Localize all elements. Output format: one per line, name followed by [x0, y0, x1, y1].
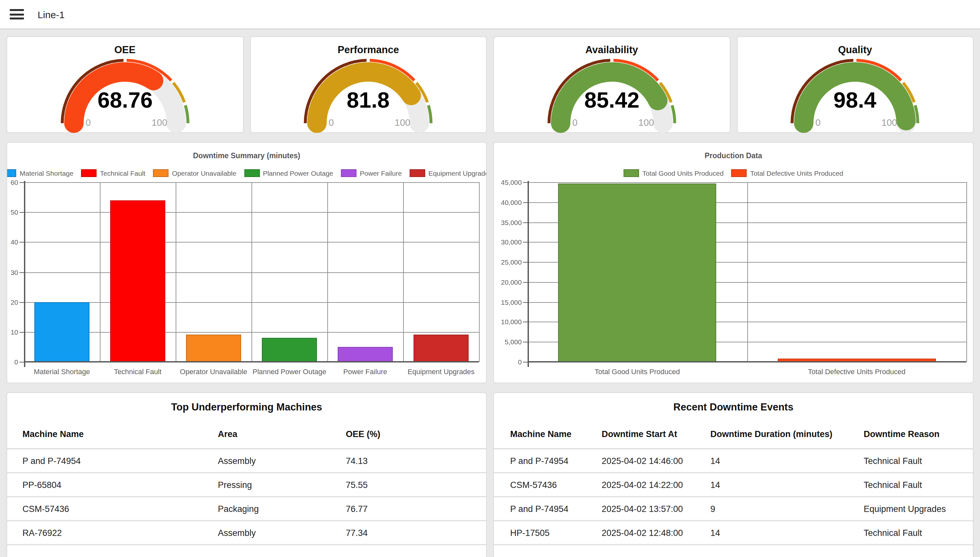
y-axis-label: 10,000 [495, 318, 522, 326]
legend-swatch [7, 169, 16, 177]
y-axis-tick [20, 242, 24, 243]
gauge-max-label: 100 [151, 117, 167, 128]
legend-item-planned-power-outage: Planned Power Outage [244, 169, 333, 177]
downtime-summary-chart: Downtime Summary (minutes) Material Shor… [7, 142, 487, 383]
y-axis-label: 35,000 [495, 218, 522, 226]
category-separator [327, 182, 328, 362]
y-axis-tick [523, 282, 528, 283]
legend-item-technical-fault: Technical Fault [81, 169, 146, 177]
table-cell: HP-17505 [510, 528, 549, 537]
table-cell: 9 [710, 504, 715, 513]
y-axis-label: 10 [8, 327, 18, 337]
y-axis-tick [20, 332, 24, 333]
table-cell: Equipment Upgrades [864, 504, 946, 513]
x-axis-label: Total Defective Units Produced [747, 368, 966, 375]
top-underperforming-machines-table: Top Underperforming Machines Machine Nam… [7, 392, 487, 557]
top-bar: Line-1 [0, 0, 980, 29]
table-cell: CSM-57436 [22, 504, 69, 513]
bar-total-good-units-produced[interactable] [558, 184, 716, 362]
y-axis-label: 30,000 [495, 238, 522, 247]
category-separator [479, 182, 479, 362]
column-header-machine-name: Machine Name [22, 429, 84, 439]
production-data-chart: Production Data Total Good Units Produce… [493, 142, 973, 383]
table-cell: P and P-74954 [510, 456, 569, 466]
table-cell: Packaging [218, 504, 258, 513]
legend-label: Technical Fault [100, 169, 146, 177]
category-separator [403, 182, 404, 362]
y-axis-label: 25,000 [495, 257, 522, 267]
table-row: P and P-749542025-04-02 14:46:0014Techni… [494, 450, 973, 473]
bar-operator-unavailable[interactable] [186, 335, 241, 362]
bar-planned-power-outage[interactable] [262, 338, 317, 362]
gauge-value: 68.76 [97, 88, 152, 112]
gauge-performance: 81.80100 [297, 50, 440, 134]
category-separator [100, 182, 101, 362]
table-title: Top Underperforming Machines [7, 401, 486, 413]
x-axis-label: Technical Fault [100, 368, 176, 375]
bar-power-failure[interactable] [338, 347, 392, 362]
legend-swatch [624, 169, 639, 177]
y-axis-tick [20, 182, 24, 183]
table-cell: 74.13 [346, 456, 368, 466]
y-axis-tick [523, 182, 528, 183]
y-axis-tick [523, 242, 528, 243]
x-axis-label: Total Good Units Produced [528, 368, 747, 375]
y-axis-label: 5,000 [495, 337, 522, 346]
legend-swatch [244, 169, 260, 177]
y-axis-tick [20, 362, 24, 363]
table-row: RA-76922Assembly77.34 [7, 521, 486, 545]
x-axis-label: Equipment Upgrades [403, 368, 479, 375]
chart-title: Production Data [494, 152, 973, 160]
y-axis-line [528, 181, 529, 367]
table-cell: 75.55 [346, 480, 368, 490]
table-cell: 2025-04-02 14:46:00 [602, 456, 683, 466]
bar-technical-fault[interactable] [111, 200, 165, 362]
gauge-min-label: 0 [328, 117, 334, 128]
table-cell: CSM-57436 [510, 480, 557, 490]
table-header-row: Machine NameDowntime Start AtDowntime Du… [494, 413, 973, 450]
recent-downtime-events-table: Recent Downtime Events Machine NameDownt… [493, 392, 973, 557]
column-header-oee: OEE (%) [346, 429, 380, 439]
gauge-card-performance: Performance 81.80100 [250, 36, 487, 133]
data-table: Machine NameDowntime Start AtDowntime Du… [494, 413, 973, 545]
y-axis-tick [20, 272, 24, 273]
bar-equipment-upgrades[interactable] [414, 335, 468, 362]
gauge-max-label: 100 [638, 117, 654, 128]
bar-material-shortage[interactable] [35, 302, 89, 362]
gauge-oee: 68.760100 [53, 50, 197, 134]
legend-item-power-failure: Power Failure [341, 169, 402, 177]
table-cell: 2025-04-02 13:57:00 [602, 504, 683, 513]
chart-title: Downtime Summary (minutes) [7, 152, 486, 160]
menu-icon[interactable] [10, 9, 24, 20]
table-cell: 77.34 [346, 528, 368, 537]
table-cell: 2025-04-02 12:48:00 [602, 528, 683, 537]
x-axis-label: Material Shortage [24, 368, 100, 375]
category-separator [252, 182, 252, 362]
gauge-max-label: 100 [881, 117, 897, 128]
legend-label: Total Good Units Produced [642, 169, 724, 177]
y-axis-tick [523, 262, 528, 262]
legend-label: Operator Unavailable [172, 169, 236, 177]
y-axis-label: 40 [8, 238, 18, 247]
legend-swatch [153, 169, 169, 177]
y-axis-tick [523, 302, 528, 303]
legend-swatch [731, 169, 747, 177]
table-cell: 14 [710, 480, 720, 490]
table-cell: Pressing [218, 480, 252, 490]
dashboard-content: OEE 68.760100 Performance 81.80100 Avail… [0, 29, 980, 557]
legend-label: Power Failure [360, 169, 402, 177]
gauge-min-label: 0 [85, 117, 90, 128]
chart-legend: Material ShortageTechnical FaultOperator… [7, 169, 486, 177]
y-axis-line [24, 181, 25, 367]
column-header-machine-name: Machine Name [510, 429, 571, 439]
table-cell: 76.77 [346, 504, 368, 513]
x-axis-label: Power Failure [327, 368, 403, 375]
chart-row: Downtime Summary (minutes) Material Shor… [7, 142, 973, 383]
legend-swatch [81, 169, 97, 177]
y-axis-tick [523, 362, 528, 363]
gauge-max-label: 100 [395, 117, 410, 128]
category-separator [966, 182, 967, 362]
legend-item-material-shortage: Material Shortage [7, 169, 73, 177]
table-cell: PP-65804 [22, 480, 61, 490]
table-cell: P and P-74954 [510, 504, 569, 513]
